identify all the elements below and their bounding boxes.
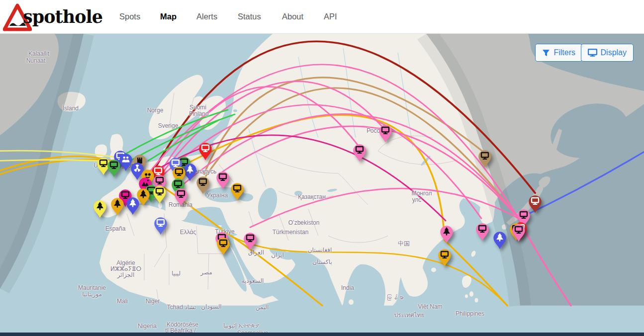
map-marker-monitor[interactable]: [198, 142, 212, 161]
app: spothole SpotsMapAlertsStatusAboutAPI: [0, 0, 644, 336]
map-marker-monitor[interactable]: [438, 249, 452, 267]
nav-item-api[interactable]: API: [324, 12, 337, 21]
nav-item-about[interactable]: About: [282, 12, 303, 21]
nav-item-spots[interactable]: Spots: [119, 12, 140, 21]
map-marker-monitor[interactable]: [107, 159, 121, 178]
map-edge-void: [0, 333, 644, 336]
map-marker-monitor[interactable]: [243, 232, 257, 251]
top-navbar: spothole SpotsMapAlertsStatusAboutAPI: [0, 0, 644, 34]
nav-item-map[interactable]: Map: [160, 12, 177, 21]
map-marker-monitor[interactable]: [216, 171, 230, 190]
display-button[interactable]: Display: [581, 44, 634, 62]
map-marker-monitor[interactable]: [153, 185, 167, 204]
map-marker-monitor[interactable]: [478, 150, 492, 168]
map-marker-monitor[interactable]: [353, 144, 367, 163]
map-markers: [0, 34, 644, 336]
nav-item-status[interactable]: Status: [238, 12, 261, 21]
map-marker-monitor[interactable]: [475, 223, 489, 242]
nav-item-alerts[interactable]: Alerts: [196, 12, 217, 21]
map-marker-monitor[interactable]: [378, 124, 392, 143]
filters-button[interactable]: Filters: [535, 44, 582, 62]
map-marker-monitor[interactable]: [216, 237, 230, 256]
map-marker-monitor[interactable]: [154, 217, 168, 236]
map-marker-monitor[interactable]: [174, 188, 188, 207]
map-marker-tree[interactable]: [493, 231, 507, 250]
map-marker-tree[interactable]: [126, 197, 140, 216]
display-button-label: Display: [601, 48, 627, 57]
map-marker-monitor[interactable]: [512, 224, 526, 243]
filters-button-label: Filters: [553, 48, 575, 57]
map-marker-monitor[interactable]: [230, 182, 244, 201]
map-canvas[interactable]: KalaallitNunaatÍslandUnited KingdomNorge…: [0, 34, 644, 336]
logo-text: spothole: [23, 6, 102, 27]
map-marker-tree[interactable]: [440, 225, 454, 244]
logo[interactable]: spothole: [2, 2, 116, 32]
display-icon: [588, 49, 597, 57]
map-marker-tree[interactable]: [110, 197, 124, 216]
map-marker-monitor[interactable]: [196, 176, 210, 195]
filter-icon: [542, 49, 550, 57]
map-marker-tree[interactable]: [93, 200, 107, 219]
